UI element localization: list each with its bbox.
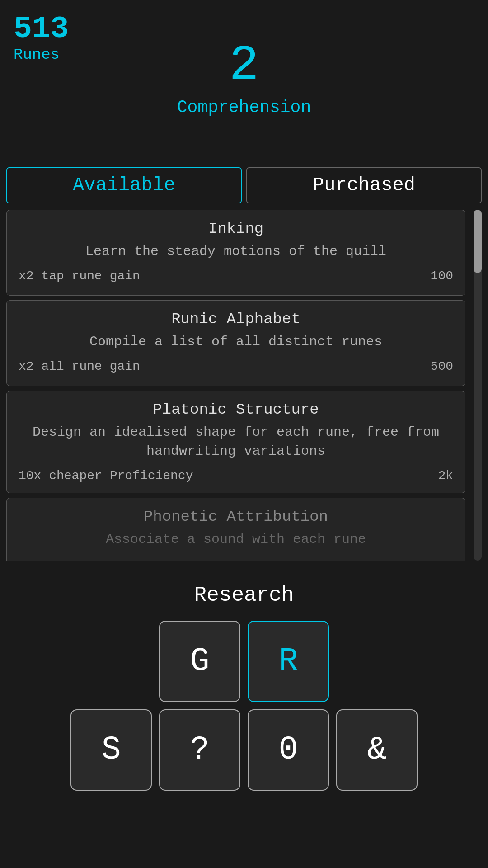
card-platonic-structure[interactable]: Platonic Structure Design an idealised s… xyxy=(6,391,465,493)
tabs-container: Available Purchased xyxy=(6,167,482,203)
key-G[interactable]: G xyxy=(159,621,240,702)
card-platonic-structure-cost: 2k xyxy=(438,469,453,483)
key-ampersand[interactable]: & xyxy=(336,709,418,791)
key-0[interactable]: 0 xyxy=(248,709,329,791)
bottom-keys-row: S ? 0 & xyxy=(70,709,418,791)
card-phonetic-attribution[interactable]: Phonetic Attribution Associate a sound w… xyxy=(6,498,465,561)
card-inking-effect: x2 tap rune gain xyxy=(19,269,140,283)
key-R[interactable]: R xyxy=(248,621,329,702)
card-runic-alphabet-cost: 500 xyxy=(431,359,453,373)
runes-count: 513 xyxy=(14,14,69,44)
card-runic-alphabet-desc: Compile a list of all distinct runes xyxy=(19,332,453,351)
card-platonic-structure-effect: 10x cheaper Proficiency xyxy=(19,469,193,483)
card-inking-cost: 100 xyxy=(431,269,453,283)
card-platonic-structure-title: Platonic Structure xyxy=(19,401,453,418)
comprehension-section: 2 Comprehension xyxy=(0,41,488,117)
key-S[interactable]: S xyxy=(70,709,152,791)
card-runic-alphabet-effect: x2 all rune gain xyxy=(19,359,140,373)
research-label: Research xyxy=(194,584,294,607)
key-question[interactable]: ? xyxy=(159,709,240,791)
bottom-section: Research G R S ? 0 & xyxy=(0,570,488,868)
tab-available[interactable]: Available xyxy=(6,167,242,203)
card-inking[interactable]: Inking Learn the steady motions of the q… xyxy=(6,210,465,296)
card-runic-alphabet[interactable]: Runic Alphabet Compile a list of all dis… xyxy=(6,300,465,386)
comprehension-label: Comprehension xyxy=(177,98,311,117)
tab-purchased[interactable]: Purchased xyxy=(246,167,482,203)
cards-container: Inking Learn the steady motions of the q… xyxy=(6,210,465,561)
card-platonic-structure-desc: Design an idealised shape for each rune,… xyxy=(19,423,453,461)
comprehension-value: 2 xyxy=(229,41,259,90)
card-phonetic-attribution-desc: Associate a sound with each rune xyxy=(19,530,453,549)
scrollbar[interactable] xyxy=(474,210,482,561)
card-phonetic-attribution-title: Phonetic Attribution xyxy=(19,508,453,525)
card-runic-alphabet-title: Runic Alphabet xyxy=(19,311,453,328)
card-inking-title: Inking xyxy=(19,220,453,237)
card-inking-desc: Learn the steady motions of the quill xyxy=(19,242,453,261)
scrollbar-thumb xyxy=(474,210,482,273)
top-keys-row: G R xyxy=(159,621,329,702)
